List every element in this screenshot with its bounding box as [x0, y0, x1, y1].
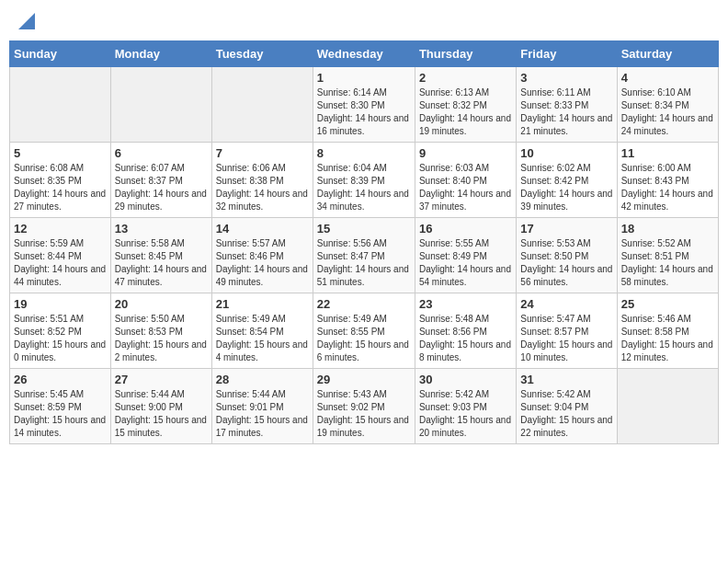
day-number: 5 — [14, 146, 107, 160]
weekday-header-saturday: Saturday — [617, 41, 718, 67]
day-info: Sunrise: 5:57 AMSunset: 8:46 PMDaylight:… — [216, 237, 309, 289]
calendar-cell: 20Sunrise: 5:50 AMSunset: 8:53 PMDayligh… — [110, 293, 211, 369]
day-info: Sunrise: 5:47 AMSunset: 8:57 PMDaylight:… — [520, 313, 612, 364]
day-number: 22 — [317, 297, 411, 311]
calendar-cell: 18Sunrise: 5:52 AMSunset: 8:51 PMDayligh… — [617, 218, 718, 293]
day-number: 14 — [216, 222, 309, 236]
calendar-cell: 5Sunrise: 6:08 AMSunset: 8:35 PMDaylight… — [10, 143, 111, 218]
calendar-cell: 26Sunrise: 5:45 AMSunset: 8:59 PMDayligh… — [10, 369, 111, 444]
calendar-cell: 6Sunrise: 6:07 AMSunset: 8:37 PMDaylight… — [110, 143, 211, 218]
day-number: 11 — [621, 146, 714, 160]
day-info: Sunrise: 6:14 AMSunset: 8:30 PMDaylight:… — [317, 86, 411, 138]
day-info: Sunrise: 6:07 AMSunset: 8:37 PMDaylight:… — [115, 162, 208, 213]
day-info: Sunrise: 6:04 AMSunset: 8:39 PMDaylight:… — [317, 162, 411, 213]
calendar-cell: 1Sunrise: 6:14 AMSunset: 8:30 PMDaylight… — [313, 67, 415, 143]
day-info: Sunrise: 5:46 AMSunset: 8:58 PMDaylight:… — [621, 313, 714, 364]
calendar-cell: 8Sunrise: 6:04 AMSunset: 8:39 PMDaylight… — [313, 143, 415, 218]
day-number: 29 — [317, 373, 411, 386]
calendar-cell: 16Sunrise: 5:55 AMSunset: 8:49 PMDayligh… — [415, 218, 516, 293]
day-number: 15 — [317, 222, 411, 236]
calendar-cell: 30Sunrise: 5:42 AMSunset: 9:03 PMDayligh… — [415, 369, 516, 444]
day-info: Sunrise: 5:58 AMSunset: 8:45 PMDaylight:… — [115, 237, 208, 289]
day-number: 16 — [419, 222, 512, 236]
day-number: 3 — [520, 71, 612, 85]
day-info: Sunrise: 5:59 AMSunset: 8:44 PMDaylight:… — [14, 237, 107, 289]
day-number: 10 — [520, 146, 612, 160]
day-number: 27 — [115, 373, 208, 386]
day-info: Sunrise: 6:03 AMSunset: 8:40 PMDaylight:… — [419, 162, 512, 213]
weekday-header-sunday: Sunday — [10, 41, 111, 67]
logo — [17, 13, 35, 29]
calendar-cell: 27Sunrise: 5:44 AMSunset: 9:00 PMDayligh… — [110, 369, 211, 444]
day-info: Sunrise: 6:11 AMSunset: 8:33 PMDaylight:… — [520, 86, 612, 138]
weekday-header-monday: Monday — [110, 41, 211, 67]
day-number: 12 — [14, 222, 107, 236]
calendar-cell: 4Sunrise: 6:10 AMSunset: 8:34 PMDaylight… — [617, 67, 718, 143]
day-number: 31 — [520, 373, 612, 386]
calendar-cell — [617, 369, 718, 444]
weekday-header-row: SundayMondayTuesdayWednesdayThursdayFrid… — [10, 41, 719, 67]
day-info: Sunrise: 5:42 AMSunset: 9:03 PMDaylight:… — [419, 388, 512, 440]
day-info: Sunrise: 5:49 AMSunset: 8:54 PMDaylight:… — [216, 313, 309, 364]
day-info: Sunrise: 6:08 AMSunset: 8:35 PMDaylight:… — [14, 162, 107, 213]
logo-icon — [18, 13, 35, 29]
day-info: Sunrise: 6:02 AMSunset: 8:42 PMDaylight:… — [520, 162, 612, 213]
day-info: Sunrise: 5:44 AMSunset: 9:00 PMDaylight:… — [115, 388, 208, 440]
calendar-cell: 28Sunrise: 5:44 AMSunset: 9:01 PMDayligh… — [211, 369, 313, 444]
calendar-cell: 9Sunrise: 6:03 AMSunset: 8:40 PMDaylight… — [415, 143, 516, 218]
day-number: 2 — [419, 71, 512, 85]
day-info: Sunrise: 5:43 AMSunset: 9:02 PMDaylight:… — [317, 388, 411, 440]
page-header — [9, 9, 719, 33]
calendar-cell: 13Sunrise: 5:58 AMSunset: 8:45 PMDayligh… — [110, 218, 211, 293]
day-number: 26 — [14, 373, 107, 386]
day-info: Sunrise: 5:56 AMSunset: 8:47 PMDaylight:… — [317, 237, 411, 289]
weekday-header-tuesday: Tuesday — [211, 41, 313, 67]
day-info: Sunrise: 6:13 AMSunset: 8:32 PMDaylight:… — [419, 86, 512, 138]
calendar-week-1: 1Sunrise: 6:14 AMSunset: 8:30 PMDaylight… — [10, 67, 719, 143]
day-number: 19 — [14, 297, 107, 311]
day-info: Sunrise: 6:06 AMSunset: 8:38 PMDaylight:… — [216, 162, 309, 213]
calendar-week-2: 5Sunrise: 6:08 AMSunset: 8:35 PMDaylight… — [10, 143, 719, 218]
day-number: 25 — [621, 297, 714, 311]
day-number: 21 — [216, 297, 309, 311]
calendar-cell: 2Sunrise: 6:13 AMSunset: 8:32 PMDaylight… — [415, 67, 516, 143]
day-number: 18 — [621, 222, 714, 236]
calendar-cell: 25Sunrise: 5:46 AMSunset: 8:58 PMDayligh… — [617, 293, 718, 369]
day-number: 4 — [621, 71, 714, 85]
calendar-cell: 23Sunrise: 5:48 AMSunset: 8:56 PMDayligh… — [415, 293, 516, 369]
day-info: Sunrise: 5:48 AMSunset: 8:56 PMDaylight:… — [419, 313, 512, 364]
calendar-cell: 19Sunrise: 5:51 AMSunset: 8:52 PMDayligh… — [10, 293, 111, 369]
weekday-header-wednesday: Wednesday — [313, 41, 415, 67]
calendar-cell: 21Sunrise: 5:49 AMSunset: 8:54 PMDayligh… — [211, 293, 313, 369]
calendar-cell: 14Sunrise: 5:57 AMSunset: 8:46 PMDayligh… — [211, 218, 313, 293]
calendar-cell — [10, 67, 111, 143]
calendar-week-4: 19Sunrise: 5:51 AMSunset: 8:52 PMDayligh… — [10, 293, 719, 369]
day-number: 24 — [520, 297, 612, 311]
day-info: Sunrise: 5:45 AMSunset: 8:59 PMDaylight:… — [14, 388, 107, 440]
day-number: 28 — [216, 373, 309, 386]
calendar-week-3: 12Sunrise: 5:59 AMSunset: 8:44 PMDayligh… — [10, 218, 719, 293]
day-number: 7 — [216, 146, 309, 160]
calendar-table: SundayMondayTuesdayWednesdayThursdayFrid… — [9, 40, 719, 444]
day-number: 23 — [419, 297, 512, 311]
calendar-cell: 10Sunrise: 6:02 AMSunset: 8:42 PMDayligh… — [517, 143, 617, 218]
calendar-cell: 12Sunrise: 5:59 AMSunset: 8:44 PMDayligh… — [10, 218, 111, 293]
day-info: Sunrise: 5:51 AMSunset: 8:52 PMDaylight:… — [14, 313, 107, 364]
day-info: Sunrise: 6:10 AMSunset: 8:34 PMDaylight:… — [621, 86, 714, 138]
calendar-cell: 22Sunrise: 5:49 AMSunset: 8:55 PMDayligh… — [313, 293, 415, 369]
day-number: 9 — [419, 146, 512, 160]
day-number: 17 — [520, 222, 612, 236]
svg-marker-0 — [18, 13, 35, 29]
weekday-header-friday: Friday — [517, 41, 617, 67]
weekday-header-thursday: Thursday — [415, 41, 516, 67]
calendar-cell: 29Sunrise: 5:43 AMSunset: 9:02 PMDayligh… — [313, 369, 415, 444]
calendar-cell — [211, 67, 313, 143]
day-info: Sunrise: 5:42 AMSunset: 9:04 PMDaylight:… — [520, 388, 612, 440]
calendar-week-5: 26Sunrise: 5:45 AMSunset: 8:59 PMDayligh… — [10, 369, 719, 444]
day-info: Sunrise: 5:49 AMSunset: 8:55 PMDaylight:… — [317, 313, 411, 364]
day-number: 6 — [115, 146, 208, 160]
day-info: Sunrise: 5:52 AMSunset: 8:51 PMDaylight:… — [621, 237, 714, 289]
day-number: 13 — [115, 222, 208, 236]
calendar-cell: 7Sunrise: 6:06 AMSunset: 8:38 PMDaylight… — [211, 143, 313, 218]
day-info: Sunrise: 5:53 AMSunset: 8:50 PMDaylight:… — [520, 237, 612, 289]
